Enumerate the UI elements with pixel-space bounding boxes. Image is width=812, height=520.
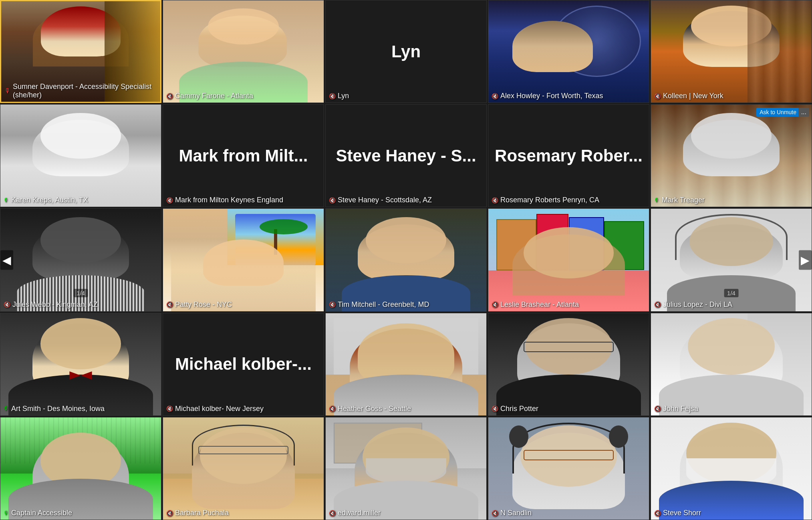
participant-cell-barbara[interactable]: 🔇 Barbara Puchala	[163, 417, 324, 520]
participant-name-chris: 🔇 Chris Potter	[492, 405, 538, 413]
participant-name-lyn: 🔇 Lyn	[329, 92, 349, 100]
participant-cell-sumner[interactable]: 🎙 Sumner Davenport - Accessibility Speci…	[0, 0, 161, 103]
mic-icon-leslie: 🔇	[492, 301, 498, 308]
participant-cell-tim[interactable]: 🔇 Tim Mitchell - Greenbelt, MD	[325, 208, 487, 311]
participant-name-tim: 🔇 Tim Mitchell - Greenbelt, MD	[329, 300, 429, 309]
participant-name-michael: 🔇 Michael kolber- New Jersey	[166, 405, 264, 413]
participant-name-patty: 🔇 Patty Rose - NYC	[166, 300, 232, 309]
participant-cell-jules[interactable]: ◀ 1/4 🔇 Jules Webb - Kingman, AZ	[0, 208, 161, 311]
mic-icon-patty: 🔇	[166, 301, 173, 308]
participant-cell-heather[interactable]: 🔇 Heather Goss - Seattle	[325, 313, 487, 416]
participant-name-steve-haney: 🔇 Steve Haney - Scottsdale, AZ	[329, 196, 432, 204]
participant-cell-steve-haney[interactable]: Steve Haney - S... 🔇 Steve Haney - Scott…	[325, 104, 487, 207]
participant-bigname-rosemary: Rosemary Rober...	[495, 146, 643, 165]
page-indicator-right: 1/4	[724, 289, 739, 297]
participant-cell-alex[interactable]: 🔇 Alex Howley - Fort Worth, Texas	[488, 0, 649, 103]
participant-name-mark-treager: 🎙 Mark Treager	[654, 196, 705, 204]
participant-cell-michael[interactable]: Michael kolber-... 🔇 Michael kolber- New…	[163, 313, 324, 416]
mic-icon-tim: 🔇	[329, 301, 336, 308]
participant-name-captain: 🎙 Captain Accessible	[4, 509, 72, 517]
participant-cell-john[interactable]: 🔇 John Fejsa	[651, 313, 812, 416]
participant-cell-edward[interactable]: 🔇 edward.miller	[325, 417, 487, 520]
participant-name-heather: 🔇 Heather Goss - Seattle	[329, 405, 411, 413]
participant-name-nsandlin: 🔇 N Sandlin	[492, 509, 532, 517]
mic-icon-edward: 🔇	[329, 510, 336, 516]
participant-name-rosemary: 🔇 Rosemary Roberts Penryn, CA	[492, 196, 599, 204]
mic-icon-lyn: 🔇	[329, 93, 336, 99]
participant-name-art: 🎙 Art Smith - Des Moines, Iowa	[4, 405, 105, 413]
video-grid: 🎙 Sumner Davenport - Accessibility Speci…	[0, 0, 812, 520]
participant-cell-nsandlin[interactable]: 🔇 N Sandlin	[488, 417, 649, 520]
mic-icon-jules: 🔇	[4, 301, 10, 308]
mic-icon-steve-haney: 🔇	[329, 197, 336, 204]
mic-icon-rosemary: 🔇	[492, 197, 498, 204]
participant-cell-steve-shorr[interactable]: 🔇 Steve Shorr	[651, 417, 812, 520]
participant-name-jules: 🔇 Jules Webb - Kingman, AZ	[4, 300, 98, 309]
participant-cell-julius[interactable]: ▶ 1/4 🔇 Julius Lopez - Divi LA	[651, 208, 812, 311]
ask-to-unmute-badge[interactable]: Ask to Unmute	[756, 108, 800, 117]
mic-icon-mark-milt: 🔇	[166, 197, 173, 204]
participant-bigname-steve-haney: Steve Haney - S...	[336, 146, 476, 165]
participant-name-barbara: 🔇 Barbara Puchala	[166, 509, 229, 517]
mic-icon-michael: 🔇	[166, 405, 173, 412]
mic-icon-art: 🎙	[4, 405, 9, 412]
nav-prev-arrow[interactable]: ◀	[0, 250, 13, 270]
mic-icon-karen: 🎙	[4, 197, 9, 204]
nav-next-arrow[interactable]: ▶	[799, 250, 812, 270]
participant-name-edward: 🔇 edward.miller	[329, 509, 381, 517]
participant-name-julius: 🔇 Julius Lopez - Divi LA	[654, 300, 732, 309]
participant-cell-rosemary[interactable]: Rosemary Rober... 🔇 Rosemary Roberts Pen…	[488, 104, 649, 207]
participant-name-cammy: 🔇 Cammy Farone - Atlanta	[166, 92, 253, 100]
participant-name-karen: 🎙 Karen Kreps, Austin, TX	[4, 196, 88, 204]
mic-icon-heather: 🔇	[329, 405, 336, 412]
participant-cell-mark-treager[interactable]: Ask to Unmute ... 🎙 Mark Treager	[651, 104, 812, 207]
participant-name-leslie: 🔇 Leslie Brashear - Atlanta	[492, 300, 579, 309]
participant-cell-chris[interactable]: 🔇 Chris Potter	[488, 313, 649, 416]
participant-bigname-michael: Michael kolber-...	[175, 355, 312, 374]
participant-name-kolleen: 🔇 Kolleen | New York	[654, 92, 723, 100]
participant-name-mark-milt: 🔇 Mark from Milton Keynes England	[166, 196, 283, 204]
mic-icon-kolleen: 🔇	[654, 93, 661, 99]
mic-icon-steve-shorr: 🔇	[654, 510, 661, 516]
mic-icon-cammy: 🔇	[166, 93, 173, 99]
participant-cell-kolleen[interactable]: 🔇 Kolleen | New York	[651, 0, 812, 103]
participant-cell-captain[interactable]: 🎙 Captain Accessible	[0, 417, 161, 520]
participant-cell-mark-milt[interactable]: Mark from Milt... 🔇 Mark from Milton Key…	[163, 104, 324, 207]
participant-cell-patty[interactable]: 🔇 Patty Rose - NYC	[163, 208, 324, 311]
mic-icon-julius: 🔇	[654, 301, 661, 308]
participant-name-sumner: 🎙 Sumner Davenport - Accessibility Speci…	[4, 83, 160, 99]
mic-icon-sumner: 🎙	[4, 87, 11, 95]
participant-cell-leslie[interactable]: 🔇 Leslie Brashear - Atlanta	[488, 208, 649, 311]
participant-cell-karen[interactable]: 🎙 Karen Kreps, Austin, TX	[0, 104, 161, 207]
participant-cell-art[interactable]: 🎙 Art Smith - Des Moines, Iowa	[0, 313, 161, 416]
mic-icon-nsandlin: 🔇	[492, 510, 498, 516]
mic-icon-alex: 🔇	[492, 93, 498, 99]
mic-icon-chris: 🔇	[492, 405, 498, 412]
participant-cell-cammy[interactable]: 🔇 Cammy Farone - Atlanta	[163, 0, 324, 103]
mic-icon-mark-treager: 🎙	[654, 197, 660, 204]
participant-bigname-lyn: Lyn	[391, 42, 421, 61]
mic-icon-captain: 🎙	[4, 510, 9, 516]
page-indicator-left: 1/4	[73, 289, 88, 297]
participant-cell-lyn[interactable]: Lyn 🔇 Lyn	[325, 0, 487, 103]
participant-bigname-mark-milt: Mark from Milt...	[179, 146, 308, 165]
participant-name-steve-shorr: 🔇 Steve Shorr	[654, 509, 701, 517]
participant-name-john: 🔇 John Fejsa	[654, 405, 698, 413]
participant-name-alex: 🔇 Alex Howley - Fort Worth, Texas	[492, 92, 603, 100]
more-options-button[interactable]: ...	[798, 108, 809, 117]
mic-icon-barbara: 🔇	[166, 510, 173, 516]
mic-icon-john: 🔇	[654, 405, 661, 412]
